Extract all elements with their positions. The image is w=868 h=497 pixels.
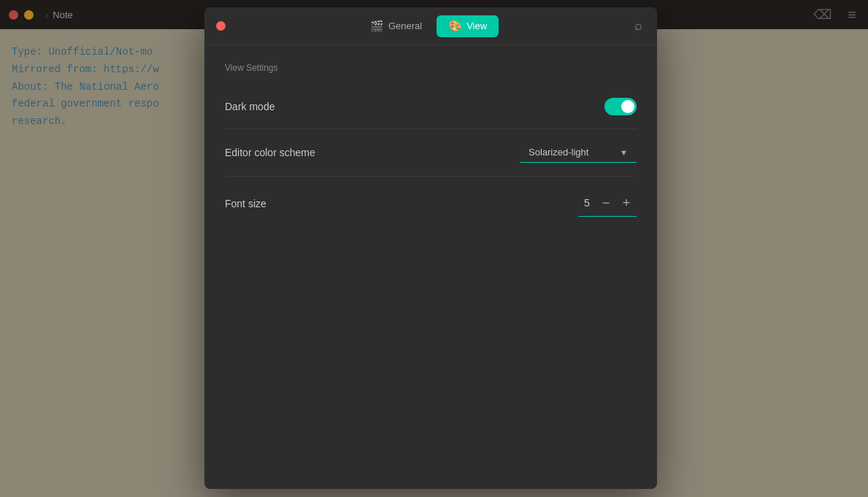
dark-mode-row: Dark mode <box>225 85 637 129</box>
dropdown-arrow-icon: ▼ <box>620 148 628 157</box>
general-tab-label: General <box>388 20 422 31</box>
color-scheme-label: Editor color scheme <box>225 147 315 158</box>
font-size-decrease-button[interactable]: − <box>596 193 616 213</box>
font-size-control: 5 − + <box>578 190 637 217</box>
font-size-label: Font size <box>225 198 266 209</box>
toggle-track <box>604 98 637 115</box>
dark-mode-toggle[interactable] <box>604 98 637 115</box>
section-title: View Settings <box>225 63 637 73</box>
font-size-row: Font size 5 − + <box>225 177 637 230</box>
dialog-tabs: 🎬 General 🎨 View <box>226 15 631 37</box>
toggle-thumb <box>621 100 634 113</box>
settings-dialog: 🎬 General 🎨 View ⌕ View Settings Dark mo… <box>204 7 657 489</box>
general-tab-icon: 🎬 <box>370 20 384 33</box>
tab-general[interactable]: 🎬 General <box>358 15 434 37</box>
dialog-close-button[interactable] <box>216 21 226 31</box>
tab-view[interactable]: 🎨 View <box>437 15 499 37</box>
dark-mode-label: Dark mode <box>225 101 274 112</box>
color-scheme-dropdown[interactable]: Solarized-light ▼ <box>520 142 637 163</box>
font-size-increase-button[interactable]: + <box>616 193 637 213</box>
font-size-value: 5 <box>578 197 596 209</box>
view-tab-icon: 🎨 <box>448 20 462 33</box>
color-scheme-row: Editor color scheme Solarized-light ▼ <box>225 129 637 177</box>
dialog-body: View Settings Dark mode Editor color sch… <box>204 45 657 247</box>
dialog-titlebar: 🎬 General 🎨 View ⌕ <box>204 7 657 45</box>
color-scheme-value: Solarized-light <box>529 147 588 158</box>
view-tab-label: View <box>466 20 487 31</box>
dialog-search-button[interactable]: ⌕ <box>631 15 645 36</box>
